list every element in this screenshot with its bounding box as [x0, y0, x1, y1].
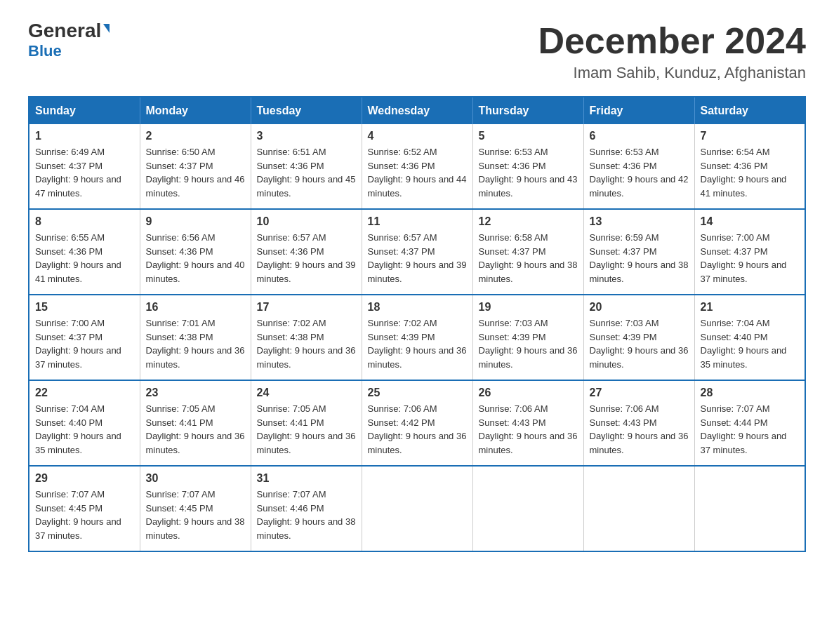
logo-text: General — [28, 21, 110, 41]
day-info: Sunrise: 7:04 AM Sunset: 4:40 PM Dayligh… — [701, 316, 800, 371]
day-info: Sunrise: 7:03 AM Sunset: 4:39 PM Dayligh… — [479, 316, 578, 371]
day-info: Sunrise: 6:58 AM Sunset: 4:37 PM Dayligh… — [479, 231, 578, 286]
day-number: 4 — [368, 130, 467, 142]
calendar-cell: 25 Sunrise: 7:06 AM Sunset: 4:42 PM Dayl… — [362, 380, 472, 466]
calendar-cell: 5 Sunrise: 6:53 AM Sunset: 4:36 PM Dayli… — [472, 124, 583, 209]
calendar-cell: 23 Sunrise: 7:05 AM Sunset: 4:41 PM Dayl… — [140, 380, 251, 466]
calendar-week-row: 29 Sunrise: 7:07 AM Sunset: 4:45 PM Dayl… — [29, 466, 805, 551]
weekday-header-tuesday: Tuesday — [251, 97, 362, 124]
day-number: 20 — [590, 301, 689, 314]
day-number: 19 — [479, 301, 578, 314]
calendar-cell: 19 Sunrise: 7:03 AM Sunset: 4:39 PM Dayl… — [472, 295, 583, 380]
calendar-cell: 30 Sunrise: 7:07 AM Sunset: 4:45 PM Dayl… — [140, 466, 251, 551]
day-info: Sunrise: 7:07 AM Sunset: 4:46 PM Dayligh… — [257, 488, 356, 542]
day-info: Sunrise: 7:07 AM Sunset: 4:44 PM Dayligh… — [701, 402, 800, 457]
month-year-title: December 2024 — [538, 21, 806, 61]
calendar-cell: 18 Sunrise: 7:02 AM Sunset: 4:39 PM Dayl… — [362, 295, 472, 380]
calendar-cell: 26 Sunrise: 7:06 AM Sunset: 4:43 PM Dayl… — [472, 380, 583, 466]
day-info: Sunrise: 6:51 AM Sunset: 4:36 PM Dayligh… — [257, 145, 356, 200]
day-number: 29 — [35, 472, 134, 485]
title-block: December 2024 Imam Sahib, Kunduz, Afghan… — [538, 21, 806, 82]
day-number: 17 — [257, 301, 356, 314]
day-number: 16 — [146, 301, 245, 314]
day-number: 5 — [479, 130, 578, 142]
day-info: Sunrise: 7:06 AM Sunset: 4:43 PM Dayligh… — [479, 402, 578, 457]
day-number: 24 — [257, 387, 356, 399]
location-subtitle: Imam Sahib, Kunduz, Afghanistan — [538, 64, 806, 82]
day-number: 26 — [479, 387, 578, 399]
day-info: Sunrise: 6:50 AM Sunset: 4:37 PM Dayligh… — [146, 145, 245, 200]
day-info: Sunrise: 7:06 AM Sunset: 4:42 PM Dayligh… — [368, 402, 467, 457]
day-info: Sunrise: 6:54 AM Sunset: 4:36 PM Dayligh… — [701, 145, 800, 200]
weekday-header-sunday: Sunday — [29, 97, 140, 124]
logo-blue: Blue — [28, 42, 62, 60]
day-info: Sunrise: 7:01 AM Sunset: 4:38 PM Dayligh… — [146, 316, 245, 371]
day-number: 6 — [590, 130, 689, 142]
day-number: 21 — [701, 301, 800, 314]
calendar-cell — [694, 466, 805, 551]
day-number: 13 — [590, 215, 689, 228]
calendar-cell: 4 Sunrise: 6:52 AM Sunset: 4:36 PM Dayli… — [362, 124, 472, 209]
day-number: 3 — [257, 130, 356, 142]
logo: General Blue — [28, 21, 110, 60]
day-number: 15 — [35, 301, 134, 314]
calendar-cell: 29 Sunrise: 7:07 AM Sunset: 4:45 PM Dayl… — [29, 466, 140, 551]
calendar-cell: 10 Sunrise: 6:57 AM Sunset: 4:36 PM Dayl… — [251, 209, 362, 295]
calendar-cell: 28 Sunrise: 7:07 AM Sunset: 4:44 PM Dayl… — [694, 380, 805, 466]
calendar-cell: 7 Sunrise: 6:54 AM Sunset: 4:36 PM Dayli… — [694, 124, 805, 209]
calendar-cell: 22 Sunrise: 7:04 AM Sunset: 4:40 PM Dayl… — [29, 380, 140, 466]
calendar-week-row: 1 Sunrise: 6:49 AM Sunset: 4:37 PM Dayli… — [29, 124, 805, 209]
day-info: Sunrise: 7:00 AM Sunset: 4:37 PM Dayligh… — [701, 231, 800, 286]
calendar-cell: 11 Sunrise: 6:57 AM Sunset: 4:37 PM Dayl… — [362, 209, 472, 295]
day-number: 25 — [368, 387, 467, 399]
day-info: Sunrise: 7:05 AM Sunset: 4:41 PM Dayligh… — [257, 402, 356, 457]
day-info: Sunrise: 7:03 AM Sunset: 4:39 PM Dayligh… — [590, 316, 689, 371]
calendar-cell: 17 Sunrise: 7:02 AM Sunset: 4:38 PM Dayl… — [251, 295, 362, 380]
weekday-header-friday: Friday — [583, 97, 694, 124]
day-info: Sunrise: 6:52 AM Sunset: 4:36 PM Dayligh… — [368, 145, 467, 200]
calendar-cell — [472, 466, 583, 551]
day-info: Sunrise: 7:04 AM Sunset: 4:40 PM Dayligh… — [35, 402, 134, 457]
day-number: 11 — [368, 215, 467, 228]
calendar-table: SundayMondayTuesdayWednesdayThursdayFrid… — [28, 96, 806, 552]
day-number: 31 — [257, 472, 356, 485]
day-info: Sunrise: 7:05 AM Sunset: 4:41 PM Dayligh… — [146, 402, 245, 457]
calendar-cell: 27 Sunrise: 7:06 AM Sunset: 4:43 PM Dayl… — [583, 380, 694, 466]
weekday-header-monday: Monday — [140, 97, 251, 124]
calendar-week-row: 8 Sunrise: 6:55 AM Sunset: 4:36 PM Dayli… — [29, 209, 805, 295]
calendar-cell: 21 Sunrise: 7:04 AM Sunset: 4:40 PM Dayl… — [694, 295, 805, 380]
day-number: 18 — [368, 301, 467, 314]
calendar-cell: 31 Sunrise: 7:07 AM Sunset: 4:46 PM Dayl… — [251, 466, 362, 551]
day-number: 28 — [701, 387, 800, 399]
calendar-cell: 15 Sunrise: 7:00 AM Sunset: 4:37 PM Dayl… — [29, 295, 140, 380]
calendar-cell: 14 Sunrise: 7:00 AM Sunset: 4:37 PM Dayl… — [694, 209, 805, 295]
day-number: 10 — [257, 215, 356, 228]
calendar-cell: 3 Sunrise: 6:51 AM Sunset: 4:36 PM Dayli… — [251, 124, 362, 209]
calendar-cell: 13 Sunrise: 6:59 AM Sunset: 4:37 PM Dayl… — [583, 209, 694, 295]
calendar-cell — [362, 466, 472, 551]
calendar-cell: 9 Sunrise: 6:56 AM Sunset: 4:36 PM Dayli… — [140, 209, 251, 295]
calendar-cell: 2 Sunrise: 6:50 AM Sunset: 4:37 PM Dayli… — [140, 124, 251, 209]
calendar-cell: 6 Sunrise: 6:53 AM Sunset: 4:36 PM Dayli… — [583, 124, 694, 209]
day-info: Sunrise: 7:07 AM Sunset: 4:45 PM Dayligh… — [35, 488, 134, 542]
day-info: Sunrise: 6:56 AM Sunset: 4:36 PM Dayligh… — [146, 231, 245, 286]
calendar-cell: 16 Sunrise: 7:01 AM Sunset: 4:38 PM Dayl… — [140, 295, 251, 380]
day-number: 7 — [701, 130, 800, 142]
day-info: Sunrise: 7:07 AM Sunset: 4:45 PM Dayligh… — [146, 488, 245, 542]
day-number: 1 — [35, 130, 134, 142]
calendar-week-row: 22 Sunrise: 7:04 AM Sunset: 4:40 PM Dayl… — [29, 380, 805, 466]
day-info: Sunrise: 6:53 AM Sunset: 4:36 PM Dayligh… — [590, 145, 689, 200]
day-number: 2 — [146, 130, 245, 142]
day-info: Sunrise: 7:02 AM Sunset: 4:39 PM Dayligh… — [368, 316, 467, 371]
page-header: General Blue December 2024 Imam Sahib, K… — [28, 21, 806, 82]
day-number: 27 — [590, 387, 689, 399]
day-info: Sunrise: 7:02 AM Sunset: 4:38 PM Dayligh… — [257, 316, 356, 371]
day-number: 22 — [35, 387, 134, 399]
day-number: 23 — [146, 387, 245, 399]
calendar-cell: 20 Sunrise: 7:03 AM Sunset: 4:39 PM Dayl… — [583, 295, 694, 380]
day-number: 12 — [479, 215, 578, 228]
calendar-cell: 8 Sunrise: 6:55 AM Sunset: 4:36 PM Dayli… — [29, 209, 140, 295]
day-number: 9 — [146, 215, 245, 228]
day-info: Sunrise: 6:57 AM Sunset: 4:36 PM Dayligh… — [257, 231, 356, 286]
day-info: Sunrise: 6:53 AM Sunset: 4:36 PM Dayligh… — [479, 145, 578, 200]
